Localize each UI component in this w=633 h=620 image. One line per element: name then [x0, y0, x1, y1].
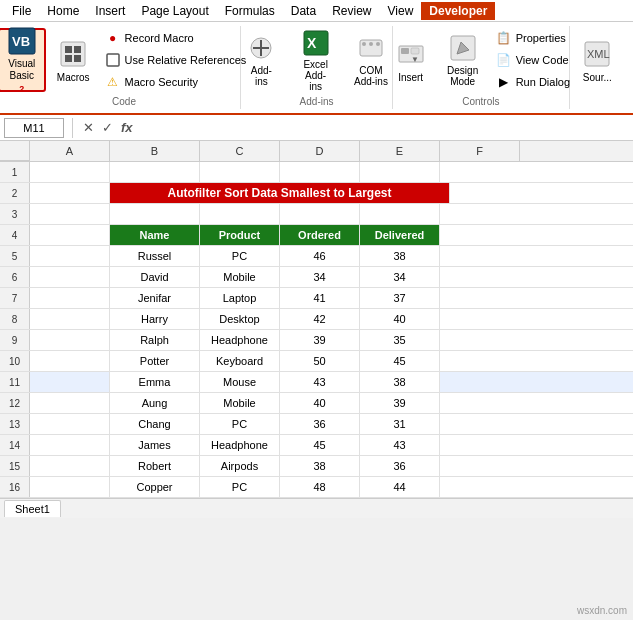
cell-16-1[interactable]: PC: [200, 477, 280, 497]
cell-6-2[interactable]: 34: [280, 267, 360, 287]
cell-d1[interactable]: [280, 162, 360, 182]
sheet-tab-1[interactable]: Sheet1: [4, 500, 61, 517]
cell-15-1[interactable]: Airpods: [200, 456, 280, 476]
cell-e1[interactable]: [360, 162, 440, 182]
fx-icon[interactable]: fx: [119, 120, 135, 135]
cell-14-2[interactable]: 45: [280, 435, 360, 455]
cell-reference-input[interactable]: [4, 118, 64, 138]
properties-button[interactable]: 📋 Properties: [492, 28, 574, 48]
add-ins-button[interactable]: Add-ins: [239, 28, 284, 92]
cell-b4-name[interactable]: Name: [110, 225, 200, 245]
cell-6-0[interactable]: David: [110, 267, 200, 287]
cell-14-0[interactable]: James: [110, 435, 200, 455]
cell-b2-title[interactable]: Autofilter Sort Data Smallest to Largest: [110, 183, 450, 203]
cell-11-3[interactable]: 38: [360, 372, 440, 392]
macro-security-button[interactable]: ⚠ Macro Security: [101, 72, 251, 92]
cell-16-3[interactable]: 44: [360, 477, 440, 497]
cell-d3[interactable]: [280, 204, 360, 224]
cell-b1[interactable]: [110, 162, 200, 182]
cell-a12[interactable]: [30, 393, 110, 413]
cell-10-2[interactable]: 50: [280, 351, 360, 371]
cell-16-0[interactable]: Copper: [110, 477, 200, 497]
cell-8-1[interactable]: Desktop: [200, 309, 280, 329]
cell-9-3[interactable]: 35: [360, 330, 440, 350]
cell-10-0[interactable]: Potter: [110, 351, 200, 371]
cell-7-0[interactable]: Jenifar: [110, 288, 200, 308]
excel-add-ins-button[interactable]: X ExcelAdd-ins: [292, 28, 339, 92]
cell-6-3[interactable]: 34: [360, 267, 440, 287]
source-button[interactable]: XML Sour...: [574, 28, 620, 92]
cell-9-2[interactable]: 39: [280, 330, 360, 350]
macros-button[interactable]: Macros: [50, 28, 97, 92]
menu-insert[interactable]: Insert: [87, 2, 133, 20]
cell-12-0[interactable]: Aung: [110, 393, 200, 413]
cell-b3[interactable]: [110, 204, 200, 224]
col-header-a[interactable]: A: [30, 141, 110, 161]
cell-12-2[interactable]: 40: [280, 393, 360, 413]
cell-13-1[interactable]: PC: [200, 414, 280, 434]
cell-6-1[interactable]: Mobile: [200, 267, 280, 287]
cell-12-1[interactable]: Mobile: [200, 393, 280, 413]
menu-formulas[interactable]: Formulas: [217, 2, 283, 20]
cell-5-0[interactable]: Russel: [110, 246, 200, 266]
cell-7-1[interactable]: Laptop: [200, 288, 280, 308]
cell-9-0[interactable]: Ralph: [110, 330, 200, 350]
visual-basic-button[interactable]: VB VisualBasic 2: [0, 28, 46, 92]
cell-a7[interactable]: [30, 288, 110, 308]
menu-file[interactable]: File: [4, 2, 39, 20]
cell-a15[interactable]: [30, 456, 110, 476]
cell-5-2[interactable]: 46: [280, 246, 360, 266]
cell-7-2[interactable]: 41: [280, 288, 360, 308]
cell-5-1[interactable]: PC: [200, 246, 280, 266]
cell-14-1[interactable]: Headphone: [200, 435, 280, 455]
cell-8-3[interactable]: 40: [360, 309, 440, 329]
cell-a9[interactable]: [30, 330, 110, 350]
menu-view[interactable]: View: [380, 2, 422, 20]
cell-d4-ordered[interactable]: Ordered: [280, 225, 360, 245]
cell-15-3[interactable]: 36: [360, 456, 440, 476]
cell-7-3[interactable]: 37: [360, 288, 440, 308]
cell-c1[interactable]: [200, 162, 280, 182]
design-mode-button[interactable]: DesignMode: [440, 28, 486, 92]
use-relative-button[interactable]: Use Relative References: [101, 50, 251, 70]
cell-a8[interactable]: [30, 309, 110, 329]
cancel-icon[interactable]: ✕: [81, 120, 96, 135]
cell-a13[interactable]: [30, 414, 110, 434]
cell-8-0[interactable]: Harry: [110, 309, 200, 329]
cell-a5[interactable]: [30, 246, 110, 266]
cell-13-0[interactable]: Chang: [110, 414, 200, 434]
cell-8-2[interactable]: 42: [280, 309, 360, 329]
cell-a16[interactable]: [30, 477, 110, 497]
cell-15-2[interactable]: 38: [280, 456, 360, 476]
cell-10-1[interactable]: Keyboard: [200, 351, 280, 371]
col-header-f[interactable]: F: [440, 141, 520, 161]
cell-a10[interactable]: [30, 351, 110, 371]
cell-a2[interactable]: [30, 183, 110, 203]
run-dialog-button[interactable]: ▶ Run Dialog: [492, 72, 574, 92]
col-header-e[interactable]: E: [360, 141, 440, 161]
cell-a4[interactable]: [30, 225, 110, 245]
col-header-b[interactable]: B: [110, 141, 200, 161]
col-header-c[interactable]: C: [200, 141, 280, 161]
cell-13-3[interactable]: 31: [360, 414, 440, 434]
formula-input[interactable]: [139, 118, 629, 138]
cell-16-2[interactable]: 48: [280, 477, 360, 497]
cell-a6[interactable]: [30, 267, 110, 287]
menu-data[interactable]: Data: [283, 2, 324, 20]
cell-5-3[interactable]: 38: [360, 246, 440, 266]
cell-a3[interactable]: [30, 204, 110, 224]
col-header-d[interactable]: D: [280, 141, 360, 161]
record-macro-button[interactable]: ● Record Macro: [101, 28, 251, 48]
cell-11-2[interactable]: 43: [280, 372, 360, 392]
menu-review[interactable]: Review: [324, 2, 379, 20]
cell-c3[interactable]: [200, 204, 280, 224]
cell-a1[interactable]: [30, 162, 110, 182]
cell-11-0[interactable]: Emma: [110, 372, 200, 392]
menu-home[interactable]: Home: [39, 2, 87, 20]
confirm-icon[interactable]: ✓: [100, 120, 115, 135]
cell-14-3[interactable]: 43: [360, 435, 440, 455]
menu-developer[interactable]: Developer: [421, 2, 495, 20]
cell-a11[interactable]: [30, 372, 110, 392]
cell-11-1[interactable]: Mouse: [200, 372, 280, 392]
cell-a14[interactable]: [30, 435, 110, 455]
